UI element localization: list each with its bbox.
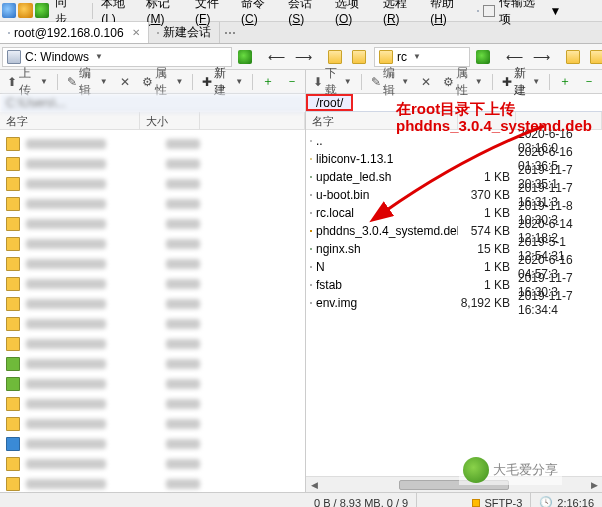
file-date: 2019-11-7 16:34:4 xyxy=(516,289,602,317)
local-path-bar: C:\Users\... xyxy=(0,94,305,112)
tab-session-1[interactable]: root@192.168.0.106 ✕ xyxy=(0,22,149,43)
local-file-header: 名字 大小 xyxy=(0,112,305,130)
list-item[interactable] xyxy=(6,214,299,234)
menu-command[interactable]: 命令(C) xyxy=(237,0,284,28)
folder-icon xyxy=(6,417,20,431)
clock-icon: 🕓 xyxy=(539,496,553,507)
separator xyxy=(92,3,93,19)
menu-transfer-options[interactable]: 传输选项 xyxy=(495,0,549,30)
col-name-remote[interactable]: 名字 xyxy=(306,112,458,129)
tab-new-session[interactable]: 新建会话 xyxy=(149,22,220,43)
folder-icon xyxy=(6,297,20,311)
list-item[interactable] xyxy=(6,254,299,274)
file-name: N xyxy=(316,260,325,274)
file-name: u-boot.bin xyxy=(316,188,369,202)
folder-icon xyxy=(6,217,20,231)
col-size-remote[interactable] xyxy=(458,112,516,129)
file-panes: C:\Users\... 名字 大小 ◀▶ /root/ 名字 ..2020-6… xyxy=(0,94,602,492)
folder-icon xyxy=(6,157,20,171)
file-name: libiconv-1.13.1 xyxy=(316,152,393,166)
file-icon xyxy=(310,212,312,214)
file-name: update_led.sh xyxy=(316,170,391,184)
folder-icon xyxy=(6,257,20,271)
sel-minus-local[interactable]: － xyxy=(281,71,303,92)
menu-options[interactable]: 选项(O) xyxy=(331,0,379,28)
remote-home[interactable] xyxy=(562,47,584,67)
file-size: 1 KB xyxy=(458,206,516,220)
close-icon[interactable]: ✕ xyxy=(132,27,140,38)
file-size: 574 KB xyxy=(458,224,516,238)
file-size: 15 KB xyxy=(458,242,516,256)
local-path-text: C: Windows xyxy=(25,50,89,64)
col-extra[interactable] xyxy=(200,112,305,129)
list-item[interactable] xyxy=(6,454,299,474)
remote-path-text: rc xyxy=(397,50,407,64)
file-size: 1 KB xyxy=(458,260,516,274)
folder-icon xyxy=(6,317,20,331)
list-item[interactable] xyxy=(6,194,299,214)
delete-remote[interactable]: ✕ xyxy=(416,73,436,91)
remote-action-bar: ⬇ 下载▼ ✎ 编辑▼ ✕ ⚙ 属性▼ ✚ 新建▼ ＋ － xyxy=(306,70,602,94)
delete-local[interactable]: ✕ xyxy=(115,73,135,91)
status-bar: 0 B / 8.93 MB, 0 / 9 SFTP-3 🕓 2:16:16 xyxy=(306,492,602,507)
remote-file-list[interactable]: ..2020-6-16 03:16:0libiconv-1.13.12020-6… xyxy=(306,130,602,476)
list-item[interactable] xyxy=(6,334,299,354)
file-name: phddns_3.0.4_systemd.deb xyxy=(316,224,458,238)
col-size[interactable]: 大小 xyxy=(140,112,200,129)
folder-icon xyxy=(6,457,20,471)
status-time: 🕓 2:16:16 xyxy=(531,493,602,507)
list-item[interactable] xyxy=(6,394,299,414)
remote-up[interactable] xyxy=(586,47,602,67)
list-item[interactable] xyxy=(6,274,299,294)
sel-plus-local[interactable]: ＋ xyxy=(257,71,279,92)
drive-icon xyxy=(7,50,21,64)
list-item[interactable] xyxy=(6,174,299,194)
list-item[interactable] xyxy=(6,234,299,254)
file-icon xyxy=(310,302,312,304)
chevron-down-icon[interactable]: ▼ xyxy=(95,52,103,61)
list-item[interactable] xyxy=(6,154,299,174)
local-action-bar: ⬆ 上传▼ ✎ 编辑▼ ✕ ⚙ 属性▼ ✚ 新建▼ ＋ － xyxy=(0,70,306,94)
remote-path-box[interactable]: /root/ xyxy=(306,94,353,111)
window-icon[interactable] xyxy=(483,5,495,17)
file-name: .. xyxy=(316,134,323,148)
new-session-icon xyxy=(157,32,159,34)
file-icon xyxy=(310,176,312,178)
sel-minus-remote[interactable]: － xyxy=(578,71,600,92)
file-icon xyxy=(310,230,312,232)
file-size: 1 KB xyxy=(458,278,516,292)
chevron-down-icon[interactable]: ▼ xyxy=(413,52,421,61)
local-file-list[interactable] xyxy=(0,130,305,498)
local-back[interactable]: ⟵ xyxy=(264,47,289,67)
list-item[interactable] xyxy=(6,354,299,374)
file-icon xyxy=(310,194,312,196)
file-icon xyxy=(310,284,312,286)
remote-file-header: 名字 xyxy=(306,112,602,130)
menu-bar: 同步 本地(L) 标记(M) 文件(F) 命令(C) 会话(S) 选项(O) 远… xyxy=(0,0,602,22)
host-icon xyxy=(8,32,10,34)
file-size: 1 KB xyxy=(458,170,516,184)
watermark: 大毛爱分享 xyxy=(459,455,562,485)
list-item[interactable] xyxy=(6,434,299,454)
sel-plus-remote[interactable]: ＋ xyxy=(554,71,576,92)
list-item[interactable] xyxy=(6,314,299,334)
file-name: nginx.sh xyxy=(316,242,361,256)
menu-help[interactable]: 帮助(H) xyxy=(426,0,473,28)
app-icon-1 xyxy=(2,3,16,18)
col-date-remote[interactable] xyxy=(516,112,602,129)
menu-remote[interactable]: 远程(R) xyxy=(379,0,426,28)
list-item[interactable] xyxy=(6,134,299,154)
chevron-down-icon[interactable]: ▼ xyxy=(549,4,561,18)
list-item[interactable] xyxy=(6,474,299,494)
col-name[interactable]: 名字 xyxy=(0,112,140,129)
folder-icon xyxy=(6,277,20,291)
menu-session[interactable]: 会话(S) xyxy=(284,0,331,28)
status-transfer: 0 B / 8.93 MB, 0 / 9 xyxy=(306,493,417,507)
list-item[interactable] xyxy=(6,294,299,314)
tab-overflow[interactable]: ⋯ xyxy=(220,26,240,40)
disk-icon[interactable] xyxy=(477,10,479,12)
sync-icon[interactable] xyxy=(35,3,49,18)
list-item[interactable] xyxy=(6,414,299,434)
list-item[interactable] xyxy=(6,374,299,394)
table-row[interactable]: env.img8,192 KB2019-11-7 16:34:4 xyxy=(306,294,602,312)
